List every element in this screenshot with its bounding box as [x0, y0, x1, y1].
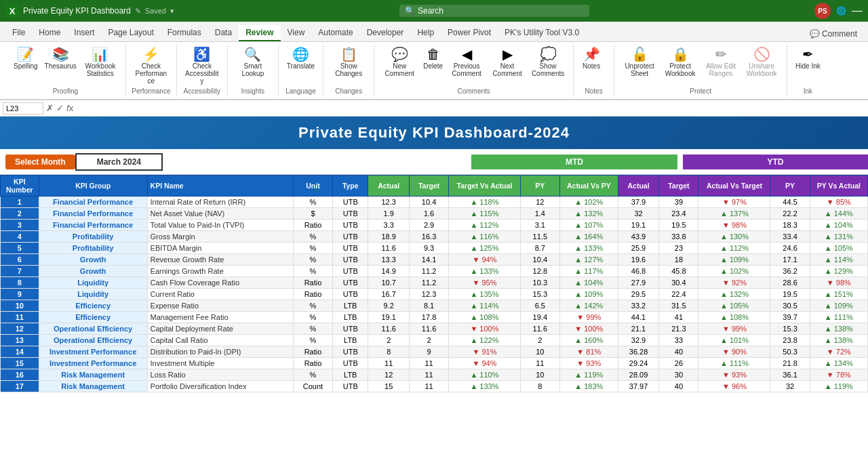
ribbon-group-proofing: 📝Spelling 📚Thesaurus 📊Workbook Statistic… [5, 45, 126, 96]
previous-comment-button[interactable]: ◀Previous Comment [447, 46, 486, 79]
th-ytd-py: PY [770, 176, 810, 197]
avatar[interactable]: PS [814, 3, 831, 19]
cell-mtd-target: 2.9 [409, 220, 448, 231]
cell-ytd-target: 30 [659, 369, 698, 381]
show-changes-button[interactable]: 📋Show Changes [329, 46, 368, 79]
cell-ytd-py: 30.5 [770, 300, 810, 312]
dropdown-icon[interactable]: ▾ [170, 7, 174, 16]
hide-ink-button[interactable]: ✒Hide Ink [793, 46, 823, 71]
cell-ytd-pvsa: ▲ 138% [810, 323, 867, 335]
cell-ytd-pvsa: ▼ 85% [810, 197, 867, 208]
tab-data[interactable]: Data [208, 25, 239, 41]
cell-kpi-num: 8 [1, 277, 39, 289]
cell-kpi-num: 11 [1, 312, 39, 323]
insert-function-icon[interactable]: fx [66, 103, 73, 113]
cell-ytd-avst: ▲ 132% [698, 289, 770, 300]
cell-reference[interactable] [3, 102, 43, 115]
ribbon-body: 📝Spelling 📚Thesaurus 📊Workbook Statistic… [0, 42, 868, 100]
tab-view[interactable]: View [281, 25, 312, 41]
share-icon[interactable]: 🌐 [836, 6, 846, 16]
search-bar[interactable]: 🔍 Search [399, 5, 589, 17]
cell-kpi-name: Capital Call Ratio [147, 335, 293, 346]
cell-kpi-num: 14 [1, 346, 39, 358]
cell-kpi-group: Profitability [39, 231, 147, 243]
comment-button[interactable]: 💬 Comment [804, 26, 863, 41]
thesaurus-button[interactable]: 📚Thesaurus [42, 46, 79, 71]
smart-lookup-button[interactable]: 🔍Smart Lookup [233, 46, 273, 79]
cell-ytd-pvsa: ▼ 72% [810, 346, 867, 358]
cell-type: UTB [333, 289, 368, 300]
th-ytd-avst: Actual Vs Target [698, 176, 770, 197]
tab-formulas[interactable]: Formulas [161, 25, 208, 41]
protect-workbook-button[interactable]: 🔒Protect Workbook [660, 46, 700, 79]
cell-ytd-py: 18.3 [770, 220, 810, 231]
cell-mtd-actual: 10.7 [368, 277, 410, 289]
check-accessibility-button[interactable]: ♿Check Accessibility [182, 46, 222, 86]
tab-insert[interactable]: Insert [67, 25, 101, 41]
cell-kpi-name: Portfolio Diversification Index [147, 381, 293, 392]
tab-pagelayout[interactable]: Page Layout [101, 25, 160, 41]
select-month-button[interactable]: Select Month [5, 155, 75, 169]
search-placeholder: Search [418, 6, 443, 16]
cell-ytd-actual: 27.9 [618, 277, 659, 289]
confirm-formula-icon[interactable]: ✓ [56, 103, 64, 113]
cell-mtd-actual: 3.3 [368, 220, 410, 231]
cell-ytd-avst: ▼ 96% [698, 381, 770, 392]
tab-pkutility[interactable]: PK's Utility Tool V3.0 [498, 25, 586, 41]
table-row: 7 Growth Earnings Growth Rate % UTB 14.9… [1, 266, 868, 277]
cell-kpi-name: Net Asset Value (NAV) [147, 208, 293, 220]
cell-unit: Ratio [293, 277, 332, 289]
delete-comment-button[interactable]: 🗑Delete [420, 46, 446, 71]
check-performance-button[interactable]: ⚡Check Performance [132, 46, 171, 86]
excel-icon: X [5, 4, 19, 18]
cell-mtd-tva: ▼ 100% [449, 323, 521, 335]
workbook-statistics-button[interactable]: 📊Workbook Statistics [81, 46, 120, 79]
unprotect-sheet-button[interactable]: 🔓Unprotect Sheet [620, 46, 659, 79]
new-comment-button[interactable]: 💬New Comment [380, 46, 419, 79]
minimize-button[interactable]: — [852, 5, 863, 17]
next-comment-button[interactable]: ▶Next Comment [488, 46, 527, 79]
cell-kpi-num: 2 [1, 208, 39, 220]
cell-ytd-pvsa: ▲ 144% [810, 208, 867, 220]
translate-button[interactable]: 🌐Translate [284, 46, 317, 71]
cell-kpi-group: Growth [39, 254, 147, 266]
table-row: 3 Financial Performance Total Value to P… [1, 220, 868, 231]
cell-ytd-py: 23.8 [770, 335, 810, 346]
cell-mtd-py: 3.1 [520, 220, 559, 231]
table-row: 12 Operational Efficiency Capital Deploy… [1, 323, 868, 335]
cancel-formula-icon[interactable]: ✗ [46, 103, 54, 113]
cell-ytd-avst: ▲ 102% [698, 266, 770, 277]
show-comments-button[interactable]: 💭Show Comments [528, 46, 568, 79]
cell-mtd-actual: 9.2 [368, 300, 410, 312]
tab-home[interactable]: Home [32, 25, 67, 41]
allow-edit-ranges-button[interactable]: ✏Allow Edit Ranges [701, 46, 741, 79]
cell-unit: % [293, 266, 332, 277]
cell-ytd-actual: 36.28 [618, 346, 659, 358]
tab-developer[interactable]: Developer [360, 25, 411, 41]
accessibility-items: ♿Check Accessibility [182, 46, 222, 86]
tab-review[interactable]: Review [239, 25, 280, 41]
ribbon-group-protect: 🔓Unprotect Sheet 🔒Protect Workbook ✏Allo… [614, 45, 787, 96]
table-row: 10 Efficiency Expense Ratio % LTB 9.2 8.… [1, 300, 868, 312]
cell-ytd-target: 45.8 [659, 266, 698, 277]
tab-automate[interactable]: Automate [311, 25, 359, 41]
table-row: 11 Efficiency Management Fee Ratio % LTB… [1, 312, 868, 323]
table-row: 9 Liquidity Current Ratio Ratio UTB 16.7… [1, 289, 868, 300]
th-mtd-actual: Actual [368, 176, 410, 197]
cell-ytd-pvsa: ▲ 138% [810, 335, 867, 346]
performance-items: ⚡Check Performance [132, 46, 171, 86]
tab-powerpivot[interactable]: Power Pivot [441, 25, 498, 41]
cell-ytd-py: 15.3 [770, 323, 810, 335]
cell-kpi-group: Profitability [39, 243, 147, 254]
spelling-button[interactable]: 📝Spelling [11, 46, 41, 71]
unshare-workbook-button[interactable]: 🚫Unshare Workbook [742, 46, 781, 79]
cell-type: LTB [333, 312, 368, 323]
cell-mtd-tva: ▲ 115% [449, 208, 521, 220]
cell-mtd-actual: 16.7 [368, 289, 410, 300]
tab-help[interactable]: Help [410, 25, 441, 41]
cell-mtd-avspy: ▲ 119% [559, 369, 618, 381]
formula-input[interactable] [76, 104, 865, 112]
tab-file[interactable]: File [5, 25, 32, 41]
notes-button[interactable]: 📌Notes [579, 46, 604, 71]
cell-ytd-avst: ▼ 90% [698, 346, 770, 358]
